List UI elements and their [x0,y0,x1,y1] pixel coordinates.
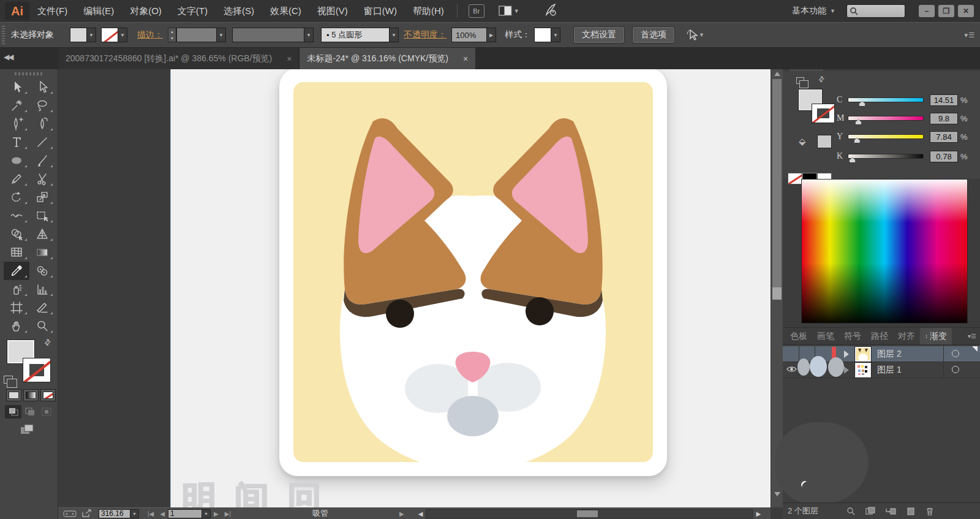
stroke-color-control[interactable]: ▼ [101,28,127,42]
horizontal-scrollbar[interactable] [426,509,753,518]
prev-artboard-icon[interactable]: ◀ [160,510,165,517]
type-tool[interactable] [4,133,29,151]
stroke-panel-link[interactable]: 描边： [137,29,163,40]
tab-pathfinder[interactable]: 路径 [866,328,893,344]
stroke-color-chip[interactable] [23,358,50,382]
stroke-swatch[interactable] [101,28,118,42]
lasso-tool[interactable] [29,96,55,115]
layer-thumbnail[interactable] [855,347,871,362]
canvas-area[interactable]: 明间回 [170,69,771,507]
delete-layer-icon[interactable] [925,507,934,516]
menu-window[interactable]: 窗口(W) [356,0,405,22]
panel-grip[interactable] [15,72,43,75]
style-swatch[interactable] [534,28,551,42]
collapse-dock-icon[interactable]: ◀◀ [4,53,12,61]
cyan-slider[interactable] [848,97,924,102]
tab-symbols[interactable]: 符号 [839,328,866,344]
first-artboard-icon[interactable]: |◀ [148,510,154,517]
cat-illustration[interactable] [293,82,653,462]
zoom-level-field[interactable]: 316.16 [99,509,130,518]
visibility-eye-icon[interactable] [786,365,797,375]
chevron-down-icon[interactable]: ▼ [551,28,560,42]
magenta-slider[interactable] [848,116,924,121]
close-tab-icon[interactable]: × [287,54,292,64]
hand-tool[interactable] [4,317,29,335]
vertical-scroll-thumb-end[interactable] [772,287,782,300]
menu-file[interactable]: 文件(F) [29,0,75,22]
artboard-tool[interactable] [4,298,29,317]
black-value[interactable]: 0.78 [930,151,958,162]
none-button[interactable] [40,389,56,401]
zoom-tool[interactable] [29,317,55,335]
minimize-button[interactable]: – [919,5,935,17]
direct-selection-tool[interactable] [29,78,55,96]
swap-colors-icon[interactable]: ⇄ [816,74,827,84]
none-swatch[interactable] [788,173,802,184]
artboard-dropdown[interactable]: ▼ [202,509,211,518]
layer-target-icon[interactable] [952,366,959,373]
scroll-up-arrow[interactable] [774,72,780,76]
paintbrush-tool[interactable] [29,151,55,170]
opacity-panel-link[interactable]: 不透明度： [404,29,447,40]
panel-menu-icon[interactable]: ▾☰ [968,333,976,339]
shape-builder-tool[interactable] [4,225,29,243]
artboard-number-field[interactable]: 1 [168,509,202,518]
document-tab-active[interactable]: 未标题-24* @ 316.16% (CMYK/预览)× [300,48,475,69]
blend-tool[interactable] [29,262,55,280]
color-spectrum[interactable] [801,179,968,324]
control-panel-menu[interactable]: ▾☰ [965,31,975,39]
tab-swatches[interactable]: 色板 [785,328,812,344]
magenta-value[interactable]: 9.8 [930,113,958,124]
magic-wand-tool[interactable] [4,96,29,115]
menu-select[interactable]: 选择(S) [216,0,262,22]
restore-button[interactable]: ❐ [938,5,954,17]
width-tool[interactable] [4,206,29,225]
chevron-down-icon[interactable]: ▼ [118,28,127,42]
default-fill-stroke-icon[interactable] [4,376,13,384]
new-sublayer-icon[interactable] [885,507,896,515]
locate-object-icon[interactable] [846,507,856,516]
export-icon[interactable] [81,509,92,518]
layer-name[interactable]: 图层 1 [877,365,902,376]
artwork-card[interactable] [279,69,667,476]
expand-layer-icon[interactable] [844,350,849,358]
symbol-sprayer-tool[interactable] [4,280,29,298]
stroke-proxy-swatch[interactable] [812,104,834,123]
draw-normal-mode[interactable] [5,405,21,419]
cursor-options[interactable]: ▼ [685,28,715,42]
chevron-down-icon[interactable]: ▼ [390,28,399,42]
swap-fill-stroke-icon[interactable]: ⇄ [42,336,53,347]
clipping-mask-icon[interactable] [865,507,875,515]
eyedropper-tool[interactable] [4,262,29,280]
slice-tool[interactable] [29,298,55,317]
menu-object[interactable]: 对象(O) [122,0,170,22]
line-tool[interactable] [29,133,55,151]
3d-cube-icon[interactable]: ⬙ [799,136,806,147]
arrange-documents-button[interactable]: ▼ [498,5,530,17]
document-tab-inactive[interactable]: 2008730172458860 [转换].ai* @ 386.65% (RGB… [58,48,300,69]
rotate-tool[interactable] [4,188,29,206]
status-expand-icon[interactable]: ▶ [399,510,404,517]
mesh-tool[interactable] [4,243,29,262]
brush-definition[interactable]: • 5 点圆形 [321,28,390,42]
black-slider[interactable] [848,154,924,159]
layer-row-1[interactable]: 图层 1 [783,362,980,378]
pen-tool[interactable] [4,115,29,133]
yellow-value[interactable]: 7.84 [930,131,958,143]
menu-edit[interactable]: 编辑(E) [75,0,122,22]
expand-layer-icon[interactable] [844,366,849,374]
draw-behind-mode[interactable] [21,405,38,419]
free-transform-tool[interactable] [29,206,55,225]
fill-color-control[interactable]: ▼ [70,28,96,42]
hscroll-right-arrow[interactable]: ▶ [756,510,761,517]
scale-tool[interactable] [29,188,55,206]
close-tab-icon[interactable]: × [463,54,468,64]
gradient-tool[interactable] [29,243,55,262]
column-graph-tool[interactable] [29,280,55,298]
preferences-button[interactable]: 首选项 [633,27,674,43]
perspective-grid-tool[interactable] [29,225,55,243]
next-artboard-icon[interactable]: ▶ [214,510,219,517]
color-button[interactable] [6,389,21,401]
tab-brushes[interactable]: 画笔 [812,328,839,344]
horizontal-scroll-thumb[interactable] [577,510,598,517]
